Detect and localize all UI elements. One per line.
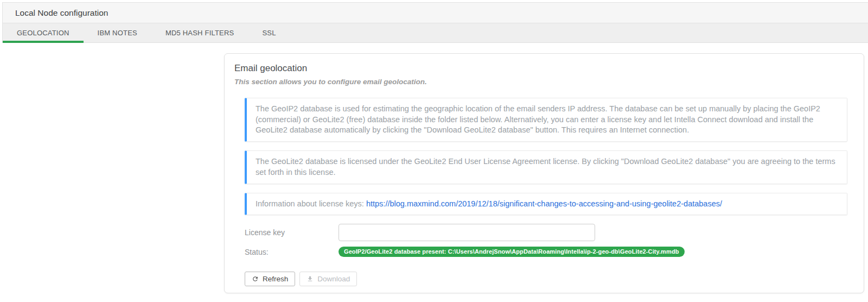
download-icon (307, 275, 314, 282)
geolite2-license-alert: The GeoLite2 database is licensed under … (245, 150, 847, 184)
refresh-icon (252, 275, 259, 282)
download-button-label: Download (317, 275, 350, 283)
refresh-button-label: Refresh (263, 275, 288, 283)
license-key-label: License key (245, 228, 339, 237)
tab-label: SSL (262, 29, 276, 37)
actions-row: Refresh Download (245, 272, 847, 286)
tab-geolocation[interactable]: GEOLOCATION (3, 23, 84, 42)
license-key-input[interactable] (339, 224, 595, 241)
window-titlebar: Local Node configuration (2, 2, 868, 23)
tab-label: GEOLOCATION (17, 29, 69, 37)
tab-label: MD5 HASH FILTERS (165, 29, 234, 37)
panel-title: Email geolocation (234, 63, 847, 74)
alert-text: The GeoIP2 database is used for estimati… (256, 104, 820, 134)
tab-ssl[interactable]: SSL (248, 23, 290, 42)
email-geolocation-panel: Email geolocation This section allows yo… (224, 53, 864, 293)
alert-text: The GeoLite2 database is licensed under … (256, 157, 835, 177)
tab-md5-hash-filters[interactable]: MD5 HASH FILTERS (151, 23, 248, 42)
tab-ibm-notes[interactable]: IBM NOTES (84, 23, 151, 42)
tab-label: IBM NOTES (98, 29, 137, 37)
status-row: Status: GeoIP2/GeoLite2 database present… (245, 247, 847, 257)
geoip2-info-alert: The GeoIP2 database is used for estimati… (245, 98, 847, 142)
license-key-row: License key (245, 224, 847, 241)
status-badge: GeoIP2/GeoLite2 database present: C:\Use… (339, 247, 685, 257)
maxmind-blog-link[interactable]: https://blog.maxmind.com/2019/12/18/sign… (366, 199, 722, 208)
alert-text: Information about license keys: (256, 199, 366, 208)
panel-subtitle: This section allows you to configure ema… (234, 78, 847, 86)
download-button[interactable]: Download (299, 272, 357, 286)
status-label: Status: (245, 248, 339, 256)
panel-body: The GeoIP2 database is used for estimati… (245, 98, 847, 286)
tab-bar: GEOLOCATION IBM NOTES MD5 HASH FILTERS S… (2, 23, 868, 43)
license-keys-info-alert: Information about license keys: https://… (245, 193, 847, 216)
page-title: Local Node configuration (15, 8, 108, 18)
refresh-button[interactable]: Refresh (245, 272, 295, 286)
